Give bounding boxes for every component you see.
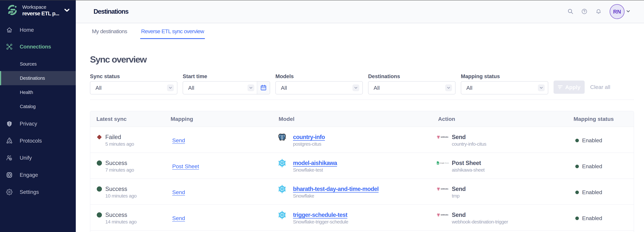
col-latest-sync: Latest sync [90,116,170,122]
sidebar-item-catalog[interactable]: Catalog [0,99,76,114]
sidebar-item-connections[interactable]: Connections [0,38,76,55]
main-content: My destinations Reverse ETL sync overvie… [76,23,644,232]
snowflake-icon [278,159,286,168]
sidebar-item-engage[interactable]: Engage [0,166,76,184]
mapping-status-text: Enabled [582,137,602,144]
home-icon [6,27,12,33]
page-title: Destinations [94,0,128,23]
engage-icon [6,172,12,178]
success-status-icon [97,186,102,192]
action-target: webhook-destination-trigger [452,219,508,225]
chevron-down-icon [167,84,174,91]
tab-my-destinations[interactable]: My destinations [92,23,127,39]
sidebar-item-privacy[interactable]: Privacy [0,115,76,132]
model-source: postgres-citus [293,141,325,147]
connections-icon [6,43,12,50]
model-link[interactable]: country-info [293,134,325,140]
models-select[interactable]: All [276,81,363,94]
filters-bar: Sync status All Start time All [90,73,644,94]
sync-table: Latest sync Mapping Model Action Mapping… [90,111,634,232]
sync-status-text: Failed [105,134,134,141]
col-mapping: Mapping [170,116,278,122]
tabs: My destinations Reverse ETL sync overvie… [76,23,644,39]
apply-button[interactable]: Apply [554,81,585,94]
chevron-down-icon [538,84,545,91]
workspace-label: Workspace [22,4,46,10]
action-name: Send [452,211,508,219]
success-status-icon [97,212,102,218]
action-name: Send [452,186,466,193]
tab-reverse-etl-sync-overview[interactable]: Reverse ETL sync overview [140,23,205,39]
filter-funnel-icon [558,85,562,89]
sidebar-item-health[interactable]: Health [0,85,76,99]
avatar[interactable]: RN [610,4,624,19]
filter-sync-status: Sync status All [90,73,177,94]
sidebar-item-unify[interactable]: Unify [0,149,76,166]
table-row: Success 7 minutes ago Post Sheet [90,153,634,179]
action-name: Send [452,134,486,141]
workspace-switcher[interactable]: Workspace reverse ETL p... [0,0,76,21]
search-icon[interactable] [568,8,574,14]
col-mapping-status: Mapping status [574,116,634,122]
sidebar: Workspace reverse ETL p... Home Connecti… [0,0,76,232]
model-source: Snowflake [293,193,378,199]
sidebar-item-destinations[interactable]: Destinations [0,71,76,85]
sync-status-select[interactable]: All [90,81,177,94]
table-row: Success 10 minutes ago Send [90,179,634,205]
webhooks-logo: webhooks [437,211,445,219]
calendar-icon[interactable] [257,81,270,94]
table-header: Latest sync Mapping Model Action Mapping… [90,111,634,127]
sync-time: 7 minutes ago [105,167,134,173]
google-sheets-logo: Google Sheets [437,160,445,167]
sync-time: 5 minutes ago [105,141,134,147]
enabled-dot-icon [575,139,579,142]
start-time-select[interactable]: All [183,81,270,94]
sync-time: 14 minutes ago [105,219,136,225]
sync-status-text: Success [105,160,134,167]
avatar-initials: RN [613,8,621,15]
destinations-select[interactable]: All [368,81,456,94]
model-link[interactable]: model-aishikawa [293,160,337,166]
failed-status-icon [97,135,102,140]
sync-status-text: Success [105,211,136,219]
model-source: Snowflake-trigger-schedule [293,219,348,225]
account-chevron-down-icon[interactable] [626,10,630,12]
workspace-name: reverse ETL p... [22,10,59,16]
sidebar-item-protocols[interactable]: Protocols [0,132,76,149]
help-icon[interactable] [582,8,587,14]
col-model: Model [278,116,437,122]
mapping-status-select[interactable]: All [461,81,548,94]
notifications-bell-icon[interactable] [596,8,602,14]
shield-icon [6,121,12,127]
sync-time: 10 minutes ago [105,193,136,199]
action-name: Post Sheet [452,160,484,167]
filter-destinations: Destinations All [368,73,456,94]
mapping-link[interactable]: Send [172,189,185,195]
filter-start-time: Start time All [183,73,270,94]
filters-divider [90,100,634,100]
model-source: Snowflake-test [293,167,337,173]
clear-all-button[interactable]: Clear all [590,84,610,90]
filter-models: Models All [276,73,363,94]
gear-icon [6,189,12,195]
topbar: Destinations RN [76,0,644,23]
col-action: Action [437,116,574,122]
webhooks-logo: webhooks [437,186,445,193]
rudderstack-logo-icon [7,4,18,15]
action-target: country-info-citus [452,141,486,147]
model-link[interactable]: bharath-test-day-and-time-model [293,186,378,192]
enabled-dot-icon [575,165,579,168]
webhooks-logo: webhooks [437,134,445,141]
chevron-down-icon [445,84,452,91]
sidebar-item-sources[interactable]: Sources [0,57,76,71]
mapping-link[interactable]: Send [172,215,185,221]
model-link[interactable]: trigger-schedule-test [293,212,347,218]
mapping-link[interactable]: Send [172,137,185,143]
table-row: Success 14 minutes ago Send [90,205,634,231]
mapping-status-text: Enabled [582,215,602,221]
protocols-icon [6,138,12,144]
mapping-link[interactable]: Post Sheet [172,163,199,169]
enabled-dot-icon [575,217,579,220]
sidebar-item-home[interactable]: Home [0,21,76,38]
sidebar-item-settings[interactable]: Settings [0,184,76,201]
